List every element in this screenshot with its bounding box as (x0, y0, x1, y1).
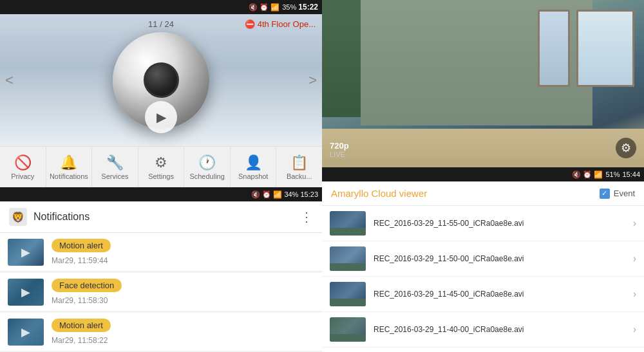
notifications-icon: 🔔 (60, 154, 77, 171)
rec-thumb-desk-3 (330, 299, 366, 306)
services-icon: 🔧 (106, 154, 124, 171)
recording-item-1[interactable]: REC_2016-03-29_11-55-00_iCRa0ae8e.avi › (322, 206, 644, 241)
rec-arrow-3: › (633, 288, 636, 300)
room-floor (322, 129, 644, 167)
time-left: 15:22 (298, 3, 318, 12)
notif-content-1: Motion alert Mar29, 11:59:44 (52, 239, 314, 266)
notif-thumb-2: ▶ (8, 279, 44, 306)
rec-filename-3: REC_2016-03-29_11-45-00_iCRa0ae8e.avi (374, 290, 628, 299)
notif-thumb-1: ▶ (8, 239, 44, 266)
notif-badge-1: Motion alert (52, 239, 111, 252)
rec-thumb-inner-2 (330, 246, 366, 271)
tab-services-label: Services (101, 172, 128, 180)
notif-content-2: Face detection Mar29, 11:58:30 (52, 279, 314, 306)
rec-arrow-1: › (633, 218, 636, 229)
notif-content-3: Motion alert Mar29, 11:58:22 (52, 319, 314, 346)
live-gear-button[interactable]: ⚙ (616, 138, 636, 158)
notification-item-1[interactable]: ▶ Motion alert Mar29, 11:59:44 (0, 233, 322, 272)
cloud-title: Amaryllo Cloud viewer (331, 188, 427, 199)
notification-item-2[interactable]: ▶ Face detection Mar29, 11:58:30 (0, 273, 322, 311)
camera-view: 11 / 24 ⛔ 4th Floor Ope... < ▶ > (0, 14, 322, 146)
rec-filename-4: REC_2016-03-29_11-40-00_iCRa0ae8e.avi (374, 325, 628, 334)
event-checkbox[interactable]: ✓ Event (600, 189, 635, 199)
snapshot-icon: 👤 (245, 154, 262, 171)
rec-arrow-2: › (633, 253, 636, 264)
notif-time-3: Mar29, 11:58:22 (52, 336, 108, 345)
more-menu-icon[interactable]: ⋮ (300, 209, 313, 225)
live-feed-content (322, 0, 644, 167)
notification-item-3[interactable]: ▶ Motion alert Mar29, 11:58:22 (0, 313, 322, 351)
tab-backup-label: Backu... (287, 172, 312, 180)
battery-right: 51% (605, 171, 620, 178)
privacy-icon: 🚫 (14, 154, 32, 171)
notif-time-2: Mar29, 11:58:30 (52, 296, 108, 305)
rec-thumb-inner-4 (330, 317, 366, 342)
cloud-panel: Amaryllo Cloud viewer ✓ Event REC_2016-0… (322, 181, 644, 352)
thumb-play-icon-3: ▶ (21, 325, 30, 339)
rec-filename-1: REC_2016-03-29_11-55-00_iCRa0ae8e.avi (374, 219, 628, 228)
camera-lens (144, 62, 179, 98)
notif-thumb-3: ▶ (8, 319, 44, 346)
tab-snapshot-label: Snapshot (238, 172, 268, 180)
tab-services[interactable]: 🔧 Services (92, 147, 138, 187)
nav-left-arrow[interactable]: < (5, 72, 14, 89)
room-window (576, 10, 634, 87)
tab-notifications-label: Notifications (50, 172, 88, 180)
left-panel: 🔇 ⏰ 📶 35% 15:22 11 / 24 ⛔ 4th Floor Ope.… (0, 0, 322, 352)
time-2: 15:23 (300, 190, 318, 198)
status-icons-right: 🔇 ⏰ 📶 (572, 171, 603, 179)
tab-privacy[interactable]: 🚫 Privacy (0, 147, 46, 187)
recording-item-3[interactable]: REC_2016-03-29_11-45-00_iCRa0ae8e.avi › (322, 277, 644, 312)
battery-2: 34% (284, 190, 298, 198)
tab-settings-label: Settings (148, 172, 174, 180)
rec-thumb-desk-2 (330, 263, 366, 271)
rec-thumb-1 (330, 211, 366, 236)
cloud-header: Amaryllo Cloud viewer ✓ Event (322, 181, 644, 206)
notif-badge-2: Face detection (52, 279, 122, 292)
status-icons-2: 🔇 ⏰ 📶 (251, 190, 282, 199)
nav-right-arrow[interactable]: > (308, 72, 317, 89)
scheduling-icon: 🕐 (198, 154, 216, 171)
status-bar-left: 🔇 ⏰ 📶 35% 15:22 (0, 0, 322, 14)
rec-arrow-4: › (633, 324, 636, 335)
settings-icon: ⚙ (155, 154, 167, 171)
notifications-header-left: 🦁 Notifications (9, 208, 90, 226)
status-bar-2: 🔇 ⏰ 📶 34% 15:23 (0, 187, 322, 201)
tab-scheduling[interactable]: 🕐 Scheduling (184, 147, 231, 187)
rec-filename-2: REC_2016-03-29_11-50-00_iCRa0ae8e.avi (374, 254, 628, 263)
time-right: 15:44 (622, 171, 640, 178)
recording-item-5[interactable]: REC_2016-03-29_11-35-01_iCRa0ae8e.avi › (322, 347, 644, 352)
tab-privacy-label: Privacy (11, 172, 34, 180)
rec-thumb-4 (330, 317, 366, 342)
live-feed: 720p LIVE ⚙ (322, 0, 644, 167)
tab-backup[interactable]: 📋 Backu... (276, 147, 322, 187)
tab-bar: 🚫 Privacy 🔔 Notifications 🔧 Services ⚙ S… (0, 146, 322, 187)
live-resolution: 720p (330, 141, 349, 151)
thumb-play-icon-2: ▶ (21, 285, 30, 299)
notifications-panel: 🦁 Notifications ⋮ ▶ Motion alert Mar29, … (0, 201, 322, 352)
tab-snapshot[interactable]: 👤 Snapshot (231, 147, 277, 187)
stop-icon: ⛔ (245, 19, 255, 29)
notif-time-1: Mar29, 11:59:44 (52, 256, 108, 265)
recording-item-2[interactable]: REC_2016-03-29_11-50-00_iCRa0ae8e.avi › (322, 241, 644, 277)
rec-thumb-inner-3 (330, 282, 366, 306)
live-badge: 720p LIVE (330, 141, 349, 158)
event-label: Event (614, 189, 635, 198)
camera-name: ⛔ 4th Floor Ope... (245, 19, 316, 29)
tab-notifications[interactable]: 🔔 Notifications (46, 147, 93, 187)
rec-thumb-2 (330, 246, 366, 271)
checkbox-icon: ✓ (600, 189, 610, 199)
status-bar-right: 🔇 ⏰ 📶 51% 15:44 (322, 167, 644, 181)
tab-settings[interactable]: ⚙ Settings (138, 147, 185, 187)
room-window-2 (538, 10, 570, 87)
rec-thumb-3 (330, 282, 366, 306)
live-label: LIVE (330, 151, 349, 158)
notifications-header: 🦁 Notifications ⋮ (0, 201, 322, 233)
status-icons-left: 🔇 ⏰ 📶 (249, 3, 279, 12)
recording-item-4[interactable]: REC_2016-03-29_11-40-00_iCRa0ae8e.avi › (322, 312, 644, 347)
right-panel: 720p LIVE ⚙ 🔇 ⏰ 📶 51% 15:44 Amaryllo Clo… (322, 0, 644, 352)
play-button[interactable]: ▶ (145, 101, 177, 133)
tab-scheduling-label: Scheduling (189, 172, 224, 180)
lion-logo: 🦁 (9, 208, 27, 226)
thumb-play-icon-1: ▶ (21, 245, 30, 259)
